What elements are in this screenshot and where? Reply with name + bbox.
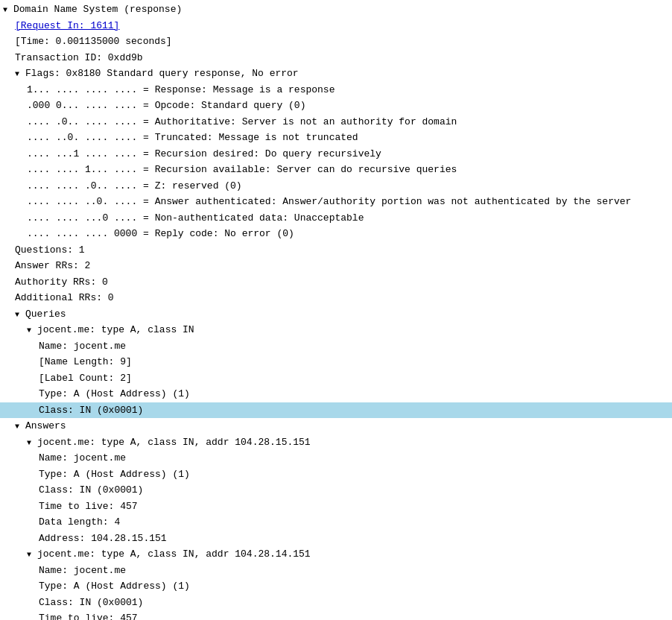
- tree-row: Transaction ID: 0xdd9b: [0, 50, 672, 66]
- row-text: Name: jocent.me: [39, 451, 669, 466]
- root-toggle[interactable]: [3, 2, 13, 17]
- row-link[interactable]: [Request In: 1611]: [15, 19, 669, 34]
- row-text: Data length: 4: [39, 515, 669, 530]
- expandable-label: jocent.me: type A, class IN, addr 104.28…: [37, 435, 669, 450]
- expand-toggle[interactable]: [27, 547, 37, 562]
- tree-row: Answer RRs: 2: [0, 258, 672, 274]
- row-text: Class: IN (0x0001): [39, 403, 669, 418]
- row-text: Name: jocent.me: [39, 339, 669, 354]
- root-row[interactable]: Domain Name System (response): [0, 1, 672, 18]
- row-text: Time to live: 457: [39, 611, 669, 620]
- row-text: [Label Count: 2]: [39, 371, 669, 386]
- row-text: .... .... .0.. .... = Z: reserved (0): [27, 179, 669, 194]
- tree-expandable-row[interactable]: jocent.me: type A, class IN, addr 104.28…: [0, 434, 672, 451]
- row-text: Transaction ID: 0xdd9b: [15, 51, 669, 66]
- row-text: Type: A (Host Address) (1): [39, 387, 669, 402]
- tree-row: Type: A (Host Address) (1): [0, 386, 672, 402]
- tree-row: Type: A (Host Address) (1): [0, 466, 672, 483]
- tree-row: Time to live: 457: [0, 610, 672, 620]
- tree-row: Additional RRs: 0: [0, 290, 672, 306]
- tree-expandable-row[interactable]: Queries: [0, 306, 672, 323]
- row-text: .... ..0. .... .... = Truncated: Message…: [27, 130, 669, 145]
- tree-row: Address: 104.28.15.151: [0, 531, 672, 547]
- expandable-label: jocent.me: type A, class IN: [37, 323, 669, 338]
- tree-expandable-row[interactable]: Flags: 0x8180 Standard query response, N…: [0, 66, 672, 82]
- tree-row: Class: IN (0x0001): [0, 482, 672, 499]
- expand-toggle[interactable]: [27, 435, 37, 450]
- expand-toggle[interactable]: [27, 323, 37, 338]
- row-text: 1... .... .... .... = Response: Message …: [27, 83, 669, 98]
- tree-row: [Label Count: 2]: [0, 370, 672, 387]
- tree-row: Class: IN (0x0001): [0, 402, 672, 419]
- packet-tree: Domain Name System (response)[Request In…: [0, 0, 672, 620]
- row-text: Type: A (Host Address) (1): [39, 467, 669, 482]
- row-text: .... .... 1... .... = Recursion availabl…: [27, 162, 669, 177]
- tree-row: .... ...1 .... .... = Recursion desired:…: [0, 146, 672, 162]
- row-text: .... .0.. .... .... = Authoritative: Ser…: [27, 115, 669, 130]
- tree-row: Type: A (Host Address) (1): [0, 578, 672, 595]
- tree-row: .... ..0. .... .... = Truncated: Message…: [0, 130, 672, 146]
- row-text: [Time: 0.001135000 seconds]: [15, 34, 669, 49]
- row-text: Time to live: 457: [39, 499, 669, 514]
- tree-row: .... .... 1... .... = Recursion availabl…: [0, 162, 672, 178]
- tree-row: Name: jocent.me: [0, 563, 672, 579]
- tree-row: Questions: 1: [0, 242, 672, 259]
- row-text: Additional RRs: 0: [15, 291, 669, 306]
- row-text: Name: jocent.me: [39, 563, 669, 578]
- expandable-label: Queries: [25, 307, 669, 322]
- tree-row: .... .... .0.. .... = Z: reserved (0): [0, 178, 672, 194]
- row-text: Class: IN (0x0001): [39, 595, 669, 610]
- tree-row: .... .... .... 0000 = Reply code: No err…: [0, 226, 672, 242]
- tree-row: Data length: 4: [0, 514, 672, 531]
- row-text: .... .... ...0 .... = Non-authenticated …: [27, 211, 669, 226]
- tree-row: 1... .... .... .... = Response: Message …: [0, 82, 672, 98]
- row-text: Authority RRs: 0: [15, 275, 669, 290]
- row-text: .... ...1 .... .... = Recursion desired:…: [27, 147, 669, 162]
- expandable-label: jocent.me: type A, class IN, addr 104.28…: [37, 547, 669, 562]
- root-label: Domain Name System (response): [13, 2, 182, 17]
- tree-row: Class: IN (0x0001): [0, 595, 672, 611]
- tree-expandable-row[interactable]: jocent.me: type A, class IN, addr 104.28…: [0, 546, 672, 563]
- tree-row: Name: jocent.me: [0, 338, 672, 355]
- tree-row: Authority RRs: 0: [0, 274, 672, 291]
- link-text[interactable]: [Request In: 1611]: [15, 20, 119, 31]
- expand-toggle[interactable]: [15, 419, 25, 434]
- row-text: .000 0... .... .... = Opcode: Standard q…: [27, 98, 669, 113]
- row-text: Address: 104.28.15.151: [39, 531, 669, 546]
- tree-row: .000 0... .... .... = Opcode: Standard q…: [0, 98, 672, 114]
- tree-row: .... .... ..0. .... = Answer authenticat…: [0, 194, 672, 210]
- row-text: Type: A (Host Address) (1): [39, 579, 669, 594]
- expandable-label: Flags: 0x8180 Standard query response, N…: [25, 66, 669, 81]
- tree-row[interactable]: [Request In: 1611]: [0, 18, 672, 34]
- row-text: .... .... ..0. .... = Answer authenticat…: [27, 194, 669, 209]
- expand-toggle[interactable]: [15, 307, 25, 322]
- tree-row: .... .... ...0 .... = Non-authenticated …: [0, 210, 672, 227]
- tree-row: [Name Length: 9]: [0, 354, 672, 370]
- row-text: .... .... .... 0000 = Reply code: No err…: [27, 227, 669, 241]
- tree-row: Name: jocent.me: [0, 450, 672, 466]
- expandable-label: Answers: [25, 419, 669, 434]
- row-text: Questions: 1: [15, 243, 669, 258]
- tree-row: .... .0.. .... .... = Authoritative: Ser…: [0, 114, 672, 130]
- tree-expandable-row[interactable]: jocent.me: type A, class IN: [0, 322, 672, 338]
- tree-expandable-row[interactable]: Answers: [0, 418, 672, 434]
- row-text: Answer RRs: 2: [15, 259, 669, 273]
- expand-toggle[interactable]: [15, 66, 25, 81]
- tree-row: [Time: 0.001135000 seconds]: [0, 34, 672, 50]
- tree-row: Time to live: 457: [0, 499, 672, 515]
- row-text: Class: IN (0x0001): [39, 483, 669, 498]
- row-text: [Name Length: 9]: [39, 355, 669, 370]
